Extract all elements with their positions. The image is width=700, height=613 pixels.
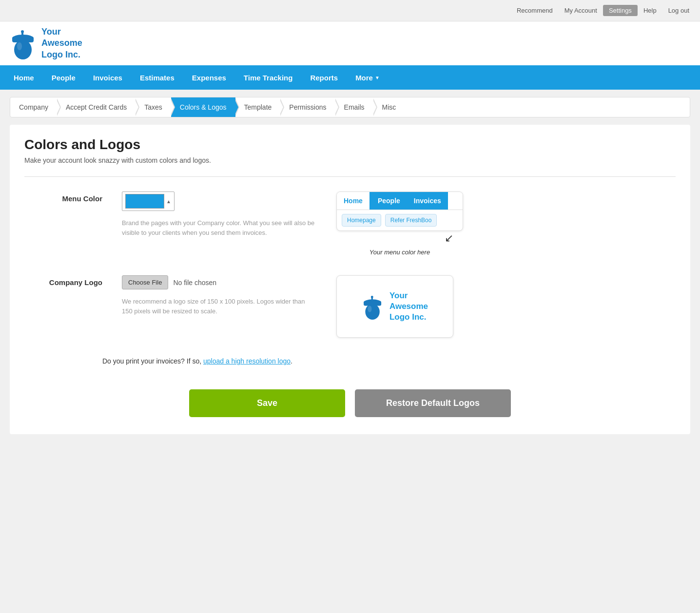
menu-color-row: Menu Color ▲ Brand the pages with your C…	[24, 192, 676, 256]
preview-home-item: Home	[337, 192, 371, 210]
nav-home[interactable]: Home	[5, 65, 43, 90]
subnav-credit-cards[interactable]: Accept Credit Cards	[57, 97, 136, 117]
svg-point-11	[371, 296, 373, 298]
menu-color-field: ▲ Brand the pages with your Company colo…	[122, 192, 317, 237]
nav-time-tracking[interactable]: Time Tracking	[235, 65, 302, 90]
acorn-logo-icon	[10, 28, 37, 59]
svg-point-12	[368, 306, 371, 312]
preview-homepage-btn: Homepage	[342, 214, 381, 227]
menu-color-preview: Home People Invoices Homepage Refer Fres…	[336, 192, 463, 256]
menu-color-label: Menu Color	[24, 192, 102, 203]
color-picker[interactable]: ▲	[122, 192, 175, 211]
svg-point-5	[21, 30, 24, 33]
svg-point-6	[17, 42, 22, 50]
subnav-misc[interactable]: Misc	[373, 97, 405, 117]
help-link[interactable]: Help	[638, 7, 662, 14]
nav-estimates[interactable]: Estimates	[131, 65, 183, 90]
company-logo-field: Choose File No file chosen We recommend …	[122, 275, 317, 316]
preview-invoices-item: Invoices	[407, 192, 448, 210]
color-swatch	[125, 194, 164, 209]
subnav-taxes[interactable]: Taxes	[136, 97, 171, 117]
page-subtitle: Make your account look snazzy with custo…	[24, 156, 676, 164]
logo-preview: Your Awesome Logo Inc.	[336, 275, 463, 338]
subnav-permissions[interactable]: Permissions	[280, 97, 335, 117]
preview-menu-row1: Home People Invoices	[337, 192, 463, 210]
no-file-label: No file chosen	[173, 279, 216, 287]
logout-link[interactable]: Log out	[662, 7, 695, 14]
svg-point-9	[365, 304, 379, 320]
menu-color-description: Brand the pages with your Company color.…	[122, 218, 317, 237]
subnav-template[interactable]: Template	[235, 97, 281, 117]
nav-invoices[interactable]: Invoices	[84, 65, 131, 90]
arrow-annotation-icon: ↙	[336, 232, 453, 245]
preview-annotation-text: Your menu color here	[336, 249, 463, 256]
action-buttons: Save Restore Default Logos	[24, 380, 676, 422]
company-logo-label: Company Logo	[24, 275, 102, 287]
page-content: Colors and Logos Make your account look …	[10, 125, 690, 434]
settings-link[interactable]: Settings	[603, 5, 638, 16]
subnav-emails[interactable]: Emails	[335, 97, 373, 117]
section-divider	[24, 176, 676, 177]
company-logo-row: Company Logo Choose File No file chosen …	[24, 275, 676, 338]
nav-people[interactable]: People	[43, 65, 84, 90]
preview-acorn-icon	[362, 293, 384, 320]
subnav-company[interactable]: Company	[10, 97, 57, 117]
menu-preview-box: Home People Invoices Homepage Refer Fres…	[336, 192, 463, 231]
page-title: Colors and Logos	[24, 137, 676, 153]
save-button[interactable]: Save	[189, 389, 345, 417]
logo-text: Your Awesome Logo Inc.	[41, 26, 82, 60]
file-input-row: Choose File No file chosen	[122, 275, 317, 289]
choose-file-button[interactable]: Choose File	[122, 275, 168, 289]
preview-people-item: People	[371, 192, 407, 210]
subnav-colors-logos[interactable]: Colors & Logos	[171, 97, 235, 117]
recommend-link[interactable]: Recommend	[511, 7, 559, 14]
preview-logo-text: Your Awesome Logo Inc.	[389, 290, 428, 323]
my-account-link[interactable]: My Account	[559, 7, 603, 14]
color-picker-arrow-icon: ▲	[166, 199, 171, 204]
main-nav: Home People Invoices Estimates Expenses …	[0, 65, 700, 90]
restore-default-logos-button[interactable]: Restore Default Logos	[355, 389, 511, 417]
nav-more[interactable]: More ▼	[347, 65, 389, 90]
top-bar: Recommend My Account Settings Help Log o…	[0, 0, 700, 21]
logo-area: Your Awesome Logo Inc.	[10, 26, 82, 60]
nav-reports[interactable]: Reports	[301, 65, 347, 90]
more-dropdown-arrow-icon: ▼	[375, 75, 380, 80]
logo-description: We recommend a logo size of 150 x 100 pi…	[122, 297, 317, 316]
print-note: Do you print your invoices? If so, uploa…	[24, 357, 676, 365]
nav-expenses[interactable]: Expenses	[183, 65, 235, 90]
annotation-area: ↙ Your menu color here	[336, 232, 463, 256]
preview-refer-btn: Refer FreshBoo	[385, 214, 437, 227]
header: Your Awesome Logo Inc.	[0, 21, 700, 65]
high-res-logo-link[interactable]: upload a high resolution logo	[203, 357, 291, 365]
preview-menu-row2: Homepage Refer FreshBoo	[337, 210, 463, 230]
logo-preview-box: Your Awesome Logo Inc.	[336, 275, 453, 338]
settings-subnav: Company Accept Credit Cards Taxes Colors…	[10, 97, 690, 117]
